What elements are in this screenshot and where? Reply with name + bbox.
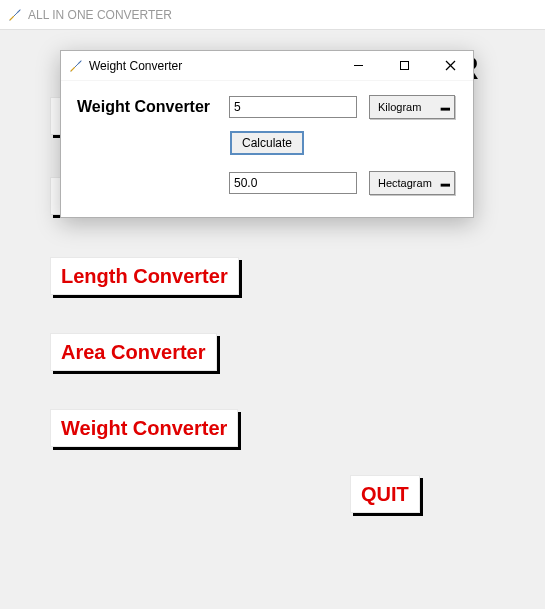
from-unit-label: Kilogram	[378, 101, 421, 113]
area-converter-button[interactable]: Area Converter	[50, 333, 217, 371]
main-titlebar: ALL IN ONE CONVERTER	[0, 0, 545, 30]
quit-button[interactable]: QUIT	[350, 475, 420, 513]
maximize-button[interactable]	[381, 51, 427, 81]
feather-icon	[8, 8, 22, 22]
close-icon	[445, 60, 456, 71]
from-unit-menu[interactable]: Kilogram ▃	[369, 95, 455, 119]
menu-indicator-icon: ▃	[441, 180, 448, 187]
main-title: ALL IN ONE CONVERTER	[28, 8, 172, 22]
dialog-heading: Weight Converter	[77, 98, 217, 116]
input-value-field[interactable]	[229, 96, 357, 118]
maximize-icon	[399, 60, 410, 71]
feather-icon	[69, 59, 83, 73]
dialog-title: Weight Converter	[89, 59, 182, 73]
weight-converter-button[interactable]: Weight Converter	[50, 409, 238, 447]
length-converter-button[interactable]: Length Converter	[50, 257, 239, 295]
minimize-icon	[353, 60, 364, 71]
calculate-button[interactable]: Calculate	[230, 131, 304, 155]
menu-indicator-icon: ▃	[441, 104, 448, 111]
output-value-field[interactable]	[229, 172, 357, 194]
weight-converter-dialog: Weight Converter Weight Converter Kilogr…	[60, 50, 474, 218]
to-unit-label: Hectagram	[378, 177, 432, 189]
dialog-body: Weight Converter Kilogram ▃ Calculate . …	[61, 81, 473, 217]
to-unit-menu[interactable]: Hectagram ▃	[369, 171, 455, 195]
minimize-button[interactable]	[335, 51, 381, 81]
svg-rect-1	[400, 62, 408, 70]
dialog-titlebar: Weight Converter	[61, 51, 473, 81]
close-button[interactable]	[427, 51, 473, 81]
